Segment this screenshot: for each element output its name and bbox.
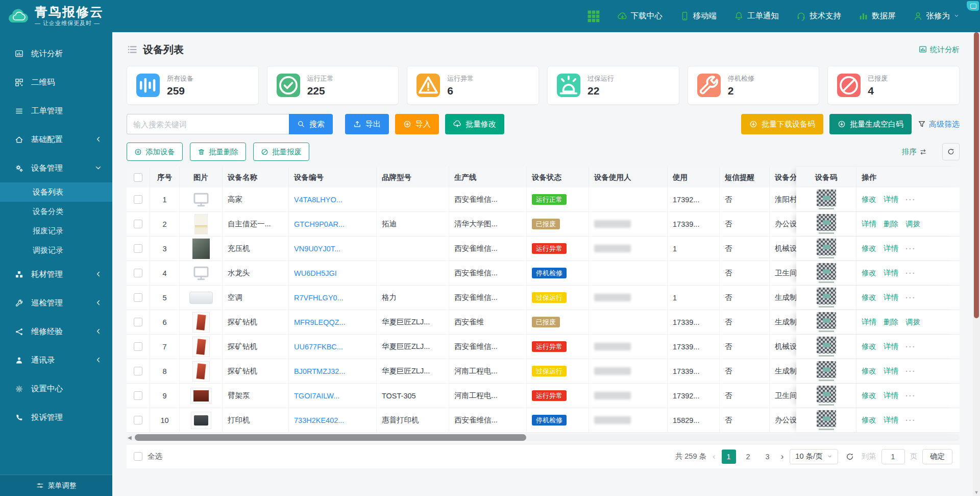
action-link-1[interactable]: 详情 xyxy=(884,366,898,376)
vertical-scrollbar[interactable]: ▼ xyxy=(973,32,980,496)
column-header-4[interactable]: 品牌型号 xyxy=(377,167,449,187)
batch-delete-button[interactable]: 批量删除 xyxy=(190,143,246,161)
column-header-ops[interactable]: 操作 xyxy=(856,167,960,187)
menu-adjust-button[interactable]: 菜单调整 xyxy=(0,475,112,496)
row-checkbox[interactable] xyxy=(134,244,142,253)
page-number-2[interactable]: 2 xyxy=(741,450,755,464)
action-link-1[interactable]: 详情 xyxy=(884,268,898,278)
nav-item-5[interactable]: 数据屏 xyxy=(859,11,896,21)
page-size-select[interactable]: 10 条/页 xyxy=(790,449,838,464)
row-checkbox[interactable] xyxy=(134,293,142,302)
vertical-scrollbar-thumb[interactable] xyxy=(974,32,979,318)
action-link-0[interactable]: 修改 xyxy=(862,366,876,376)
scroll-left-arrow-icon[interactable]: ◀ xyxy=(128,434,132,441)
column-header-1[interactable]: 图片 xyxy=(180,167,223,187)
more-actions-link[interactable]: ··· xyxy=(905,416,916,424)
import-button[interactable]: 导入 xyxy=(395,114,439,134)
row-checkbox[interactable] xyxy=(134,342,142,351)
nav-item-1[interactable]: 下载中心 xyxy=(618,11,663,21)
action-link-0[interactable]: 详情 xyxy=(862,317,876,327)
device-code-link[interactable]: MFR9LEQQZ... xyxy=(294,318,346,326)
action-link-1[interactable]: 详情 xyxy=(884,391,898,400)
goto-confirm-button[interactable]: 确定 xyxy=(922,449,952,464)
row-checkbox[interactable] xyxy=(134,416,142,424)
device-qr-code[interactable] xyxy=(817,214,836,231)
sidebar-subitem-4-1[interactable]: 设备分类 xyxy=(0,202,112,221)
device-qr-code[interactable] xyxy=(817,361,836,378)
nav-item-2[interactable]: 移动端 xyxy=(680,11,717,21)
search-input[interactable] xyxy=(127,114,289,134)
search-button[interactable]: 搜索 xyxy=(289,114,333,134)
action-link-0[interactable]: 详情 xyxy=(862,219,876,229)
device-qr-code[interactable] xyxy=(817,239,836,255)
more-actions-link[interactable]: ··· xyxy=(905,367,916,375)
batch-blank-code-button[interactable]: 批量生成空白码 xyxy=(829,114,912,134)
nav-item-3[interactable]: 工单通知 xyxy=(734,11,779,21)
pager-refresh-button[interactable] xyxy=(845,452,854,461)
sidebar-item-10[interactable]: 投诉管理 xyxy=(0,403,112,432)
more-actions-link[interactable]: ··· xyxy=(905,294,916,302)
batch-download-code-button[interactable]: 批量下载设备码 xyxy=(741,114,823,134)
sidebar-item-8[interactable]: 通讯录 xyxy=(0,346,112,374)
device-code-link[interactable]: BJ0RTMZJ32... xyxy=(294,367,345,375)
action-link-0[interactable]: 修改 xyxy=(862,415,876,425)
batch-scrap-button[interactable]: 批量报废 xyxy=(253,143,309,161)
table-refresh-button[interactable] xyxy=(942,143,960,160)
device-qr-code[interactable] xyxy=(817,263,836,280)
device-code-link[interactable]: UU677FKBC... xyxy=(294,343,343,351)
device-code-link[interactable]: R7VFHLGY0... xyxy=(294,294,344,302)
header-checkbox[interactable] xyxy=(134,173,142,182)
sidebar-subitem-4-0[interactable]: 设备列表 xyxy=(0,182,112,202)
more-actions-link[interactable]: ··· xyxy=(905,245,916,253)
action-link-1[interactable]: 详情 xyxy=(884,293,898,302)
row-checkbox[interactable] xyxy=(134,391,142,400)
action-link-1[interactable]: 删除 xyxy=(884,317,898,327)
action-link-1[interactable]: 删除 xyxy=(884,219,898,229)
nav-item-4[interactable]: 技术支持 xyxy=(796,11,841,21)
action-link-1[interactable]: 详情 xyxy=(884,415,898,425)
action-link-1[interactable]: 详情 xyxy=(884,195,898,204)
device-code-link[interactable]: TGOI7AILW... xyxy=(294,392,339,400)
action-link-2[interactable]: 调拨 xyxy=(905,317,920,327)
nav-item-6[interactable]: 张修为 xyxy=(913,11,960,21)
sidebar-item-3[interactable]: 基础配置 xyxy=(0,125,112,154)
advanced-filter-link[interactable]: 高级筛选 xyxy=(918,120,960,129)
scroll-down-arrow-icon[interactable]: ▼ xyxy=(973,490,980,495)
device-qr-code[interactable] xyxy=(817,410,836,427)
export-button[interactable]: 导出 xyxy=(345,114,389,134)
sidebar-item-9[interactable]: 设置中心 xyxy=(0,374,112,403)
sort-link[interactable]: 排序 xyxy=(902,147,927,157)
more-actions-link[interactable]: ··· xyxy=(905,392,916,400)
horizontal-scrollbar[interactable]: ◀ xyxy=(127,434,960,441)
action-link-0[interactable]: 修改 xyxy=(862,342,876,351)
device-qr-code[interactable] xyxy=(817,386,836,403)
row-checkbox[interactable] xyxy=(134,220,142,228)
page-number-1[interactable]: 1 xyxy=(722,450,736,464)
stat-card-3[interactable]: 过保运行 22 xyxy=(547,66,679,105)
device-qr-code[interactable] xyxy=(817,288,836,304)
action-link-0[interactable]: 修改 xyxy=(862,391,876,400)
prev-page-button[interactable]: ‹ xyxy=(712,452,717,462)
column-header-9[interactable]: 短信提醒 xyxy=(720,167,770,187)
stat-card-0[interactable]: 所有设备 259 xyxy=(127,66,259,105)
column-header-0[interactable]: 序号 xyxy=(150,167,180,187)
column-header-qr[interactable]: 设备码 xyxy=(796,167,856,187)
next-page-button[interactable]: › xyxy=(780,452,785,462)
sidebar-item-5[interactable]: 耗材管理 xyxy=(0,260,112,289)
action-link-1[interactable]: 详情 xyxy=(884,342,898,351)
device-qr-code[interactable] xyxy=(817,190,836,206)
action-link-1[interactable]: 详情 xyxy=(884,244,898,253)
device-code-link[interactable]: GTCH9P0AR... xyxy=(294,220,345,228)
page-number-3[interactable]: 3 xyxy=(761,450,775,464)
device-qr-code[interactable] xyxy=(817,337,836,353)
action-link-0[interactable]: 修改 xyxy=(862,244,876,253)
select-all-checkbox[interactable] xyxy=(134,452,142,461)
floating-widget-icon[interactable] xyxy=(967,1,979,11)
sidebar-subitem-4-2[interactable]: 报废记录 xyxy=(0,221,112,241)
stat-card-2[interactable]: 运行异常 6 xyxy=(407,66,539,105)
row-checkbox[interactable] xyxy=(134,269,142,277)
stats-analysis-link[interactable]: 统计分析 xyxy=(919,45,960,55)
column-header-5[interactable]: 生产线 xyxy=(449,167,527,187)
action-link-2[interactable]: 调拨 xyxy=(905,219,920,229)
apps-grid-button[interactable] xyxy=(587,10,600,23)
